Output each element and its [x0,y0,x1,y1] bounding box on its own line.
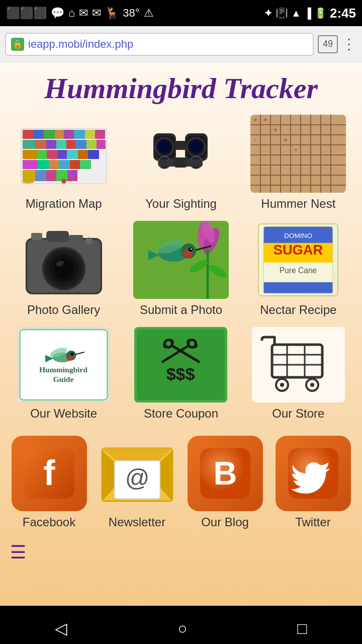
hummer-nest-item[interactable]: Hummer Nest [245,115,351,211]
svg-rect-12 [56,140,66,149]
your-sighting-icon-box [133,115,229,193]
svg-rect-31 [35,170,46,181]
svg-rect-18 [37,150,47,159]
svg-point-132 [166,341,171,346]
hummingbird-photo-svg [133,221,229,299]
signal-icon: ▐ [304,8,311,19]
svg-text:@: @ [125,464,149,491]
camera-svg [19,221,109,299]
nav-bar: ◁ ○ □ [0,606,362,644]
svg-point-38 [73,176,77,180]
svg-rect-29 [80,160,91,169]
svg-rect-11 [46,140,56,149]
facebook-label: Facebook [23,515,75,529]
social-row: f Facebook @ Ne [0,426,362,534]
migration-map-icon-box [16,115,112,193]
store-coupon-item[interactable]: $$$ Store Coupon [132,327,230,421]
submit-photo-icon-box [133,221,229,299]
url-text: ieapp.mobi/index.php [28,38,133,51]
browser-menu-button[interactable]: ⋮ [342,36,357,52]
our-blog-label: Our Blog [201,515,249,529]
svg-point-77 [284,138,287,141]
svg-point-147 [310,383,314,387]
svg-rect-21 [67,150,78,159]
nectar-recipe-item[interactable]: SUGAR Pure Cane DOMINO Nectar Recipe [245,221,351,317]
our-website-item[interactable]: Hummingbird Guide Our Website [15,327,113,421]
svg-text:B: B [213,455,237,492]
nectar-recipe-icon-box: SUGAR Pure Cane DOMINO [250,221,346,299]
twitter-icon-box [276,436,351,511]
svg-rect-8 [95,130,105,139]
newsletter-label: Newsletter [109,515,165,529]
facebook-icon: f [12,436,87,511]
svg-rect-10 [35,140,46,149]
svg-rect-13 [66,140,75,149]
svg-point-37 [68,177,72,181]
tab-count-button[interactable]: 49 [318,35,338,53]
main-content: Hummingbird Tracker [0,62,362,606]
svg-point-104 [183,251,193,258]
svg-rect-16 [97,140,106,149]
photo-gallery-item[interactable]: Photo Gallery [11,221,117,317]
migration-map-label: Migration Map [26,197,102,211]
our-website-icon-box: Hummingbird Guide [17,327,110,403]
nest-svg [250,115,346,193]
svg-point-73 [254,118,257,121]
newsletter-icon: @ [100,436,175,511]
our-website-label: Our Website [30,407,97,421]
svg-text:Hummingbird: Hummingbird [39,365,87,373]
sugar-box-svg: SUGAR Pure Cane DOMINO [259,223,337,296]
svg-rect-56 [174,157,187,168]
svg-rect-111 [264,288,333,293]
submit-photo-label: Submit a Photo [140,303,222,317]
svg-point-75 [274,128,277,131]
your-sighting-item[interactable]: Your Sighting [128,115,234,211]
nectar-recipe-label: Nectar Recipe [260,303,336,317]
recent-apps-button[interactable]: □ [297,619,307,638]
svg-point-133 [190,341,195,346]
twitter-item[interactable]: Twitter [273,436,353,529]
facebook-item[interactable]: f Facebook [9,436,89,529]
our-store-icon-box [252,327,345,403]
svg-rect-26 [49,160,59,169]
svg-rect-55 [184,159,203,167]
svg-rect-3 [44,130,55,139]
deer-icon: 🦌 [105,7,119,20]
hummer-nest-label: Hummer Nest [261,197,335,211]
app-title: Hummingbird Tracker [0,62,362,110]
svg-rect-15 [86,140,97,149]
svg-point-36 [61,179,66,184]
svg-point-78 [294,148,297,151]
migration-map-item[interactable]: Migration Map [11,115,117,211]
submit-photo-image [133,221,229,299]
svg-rect-23 [88,150,99,159]
twitter-label: Twitter [295,515,331,529]
store-coupon-label: Store Coupon [144,407,218,421]
grid-row-1: Migration Map [0,110,362,216]
svg-rect-6 [74,130,85,139]
our-store-item[interactable]: Our Store [249,327,347,421]
svg-rect-19 [47,150,58,159]
website-logo-svg: Hummingbird Guide [17,328,110,401]
svg-rect-27 [59,160,70,169]
our-blog-item[interactable]: B Our Blog [185,436,265,529]
submit-photo-item[interactable]: Submit a Photo [128,221,234,317]
newsletter-item[interactable]: @ Newsletter [97,436,177,529]
nectar-recipe-image: SUGAR Pure Cane DOMINO [258,223,338,296]
svg-point-146 [280,383,284,387]
photo-gallery-icon-box [16,221,112,299]
svg-text:Pure Cane: Pure Cane [280,266,317,275]
back-button[interactable]: ◁ [55,619,67,638]
coupon-svg: $$$ [134,327,227,403]
time-display: 2:45 [330,6,356,21]
svg-point-74 [264,118,267,121]
hamburger-menu-button[interactable]: ☰ [0,534,362,571]
warning-icon: ⚠ [144,7,154,20]
home-button[interactable]: ○ [177,619,187,638]
svg-rect-1 [23,130,34,139]
svg-rect-28 [70,160,80,169]
ssl-lock-icon: 🔒 [11,38,24,51]
url-bar[interactable]: 🔒 ieapp.mobi/index.php [5,33,314,56]
hummer-nest-image [250,115,346,193]
svg-rect-32 [46,170,56,181]
